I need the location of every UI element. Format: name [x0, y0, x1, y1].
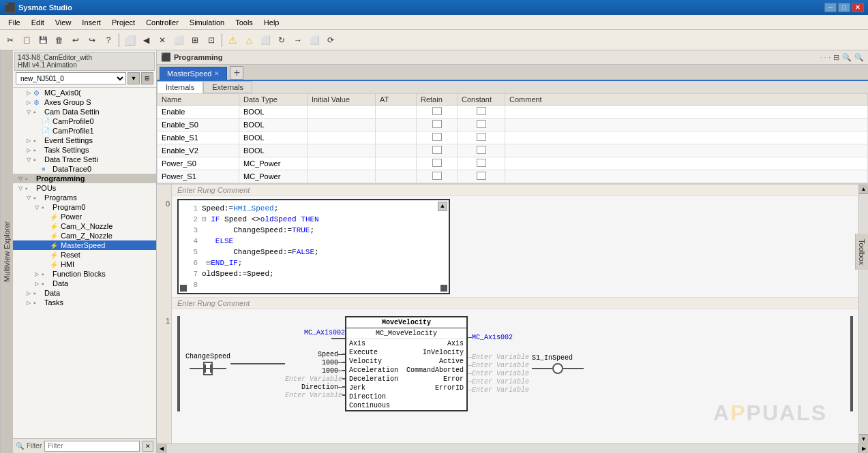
vertical-scrollbar[interactable]: ▲ ▼ — [858, 185, 868, 443]
sidebar-item-cam-x-nozzle[interactable]: ⚡ Cam_X_Nozzle — [13, 221, 156, 231]
restore-icon[interactable]: ⊟ — [833, 53, 839, 62]
tab-internals[interactable]: Internals — [157, 81, 203, 93]
cell-type: BOOL — [239, 106, 308, 119]
toolbar-refresh[interactable]: ⟳ — [323, 33, 338, 48]
toolbar-btn4[interactable]: ⬜ — [171, 33, 186, 48]
sidebar-item-cam-data[interactable]: ▽ ▪ Cam Data Settin — [13, 107, 156, 116]
table-row[interactable]: Power_S1 MC_Power — [158, 170, 868, 183]
toolbar-btn10[interactable]: → — [290, 33, 305, 48]
filter-input[interactable] — [44, 441, 140, 452]
fb-output-error: —Enter Variable — [468, 378, 529, 386]
port-errorid: ErrorID — [435, 384, 464, 392]
table-row[interactable]: Enable_V2 BOOL — [158, 144, 868, 157]
sidebar-item-cam-z-nozzle[interactable]: ⚡ Cam_Z_Nozzle — [13, 231, 156, 240]
close-button[interactable]: ✕ — [852, 3, 864, 12]
menu-controller[interactable]: Controller — [140, 17, 184, 28]
toolbar-btn7[interactable]: △ — [241, 33, 256, 48]
scrollbar-left[interactable]: ◀ — [157, 444, 166, 454]
sidebar-item-datatrace0[interactable]: ■ DataTrace0 — [13, 164, 156, 174]
dropdown-arrow[interactable]: ▼ — [128, 72, 140, 84]
sidebar-item-reset[interactable]: ⚡ Reset — [13, 250, 156, 260]
menu-help[interactable]: Help — [258, 17, 285, 28]
fb-port-jerk: Jerk ErrorID — [346, 384, 466, 392]
menu-project[interactable]: Project — [106, 17, 140, 28]
toolbar-btn6[interactable]: ⊡ — [204, 33, 219, 48]
sidebar-item-task-settings[interactable]: ▷ ▪ Task Settings — [13, 145, 156, 155]
sidebar-item-axes-group[interactable]: ▷ ⚙ Axes Group S — [13, 97, 156, 107]
sidebar-item-programs[interactable]: ▽ ▪ Programs — [13, 193, 156, 202]
sidebar-item-mc-axis0[interactable]: ▷ ⚙ MC_Axis0( — [13, 88, 156, 97]
var-table-scroll[interactable]: Name Data Type Initial Value AT Retain C… — [157, 93, 868, 183]
menu-tools[interactable]: Tools — [230, 17, 258, 28]
sidebar-item-tasks[interactable]: ▷ ▪ Tasks — [13, 298, 156, 307]
sidebar-item-camprofile1[interactable]: 📄 CamProfile1 — [13, 126, 156, 136]
table-row[interactable]: Enable BOOL — [158, 106, 868, 119]
toolbar-redo[interactable]: ↪ — [85, 33, 100, 48]
scrollbar-up[interactable]: ▲ — [859, 185, 868, 194]
sidebar-item-hmi[interactable]: ⚡ HMI — [13, 260, 156, 269]
expand-btn[interactable]: ⊞ — [141, 72, 153, 84]
cell-constant — [458, 131, 505, 144]
scrollbar-down[interactable]: ▼ — [859, 434, 868, 443]
table-row[interactable]: Power_S0 MC_Power — [158, 157, 868, 170]
contact-bar-r — [210, 364, 211, 373]
toolbar-warning[interactable]: ⚠ — [225, 33, 240, 48]
sidebar-item-program0[interactable]: ▽ ▪ Program0 — [13, 202, 156, 212]
tab-masterspeed[interactable]: MasterSpeed ✕ — [160, 67, 227, 80]
horizontal-scrollbar[interactable]: ◀ ▶ — [157, 443, 868, 453]
minimize-button[interactable]: ─ — [824, 3, 837, 12]
zoom-in-icon[interactable]: 🔍 — [842, 53, 852, 62]
fb-output-errorid: —Enter Variable — [468, 386, 529, 394]
app-title: Sysmac Studio — [18, 3, 72, 12]
sidebar-item-power[interactable]: ⚡ Power — [13, 212, 156, 221]
zoom-out-icon[interactable]: 🔍 — [854, 53, 864, 62]
fb-input-direction: Direction— — [301, 384, 345, 391]
toolbar-btn1[interactable]: ⬜ — [122, 33, 137, 48]
sidebar-item-data-trace[interactable]: ▽ ▪ Data Trace Setti — [13, 155, 156, 164]
toolbar-btn2[interactable]: ◀ — [138, 33, 153, 48]
multiview-explorer-label[interactable]: Multiview Explorer — [0, 50, 13, 453]
menu-insert[interactable]: Insert — [76, 17, 106, 28]
toolbar-undo[interactable]: ↩ — [68, 33, 83, 48]
tab-externals[interactable]: Externals — [203, 81, 252, 93]
menu-edit[interactable]: Edit — [26, 17, 50, 28]
toolbox-tab[interactable]: Toolbox — [855, 234, 868, 270]
rung-gutter: 0 1 — [157, 185, 172, 443]
rung0-collapse-btn[interactable]: ▲ — [438, 202, 447, 211]
toolbar-help[interactable]: ? — [101, 33, 116, 48]
toolbar-copy[interactable]: 📋 — [19, 33, 34, 48]
toolbar-delete[interactable]: 🗑 — [52, 33, 67, 48]
scrollbar-right[interactable]: ▶ — [858, 444, 868, 454]
sidebar-item-function-blocks[interactable]: ▷ ▪ Data — [13, 279, 156, 288]
table-row[interactable]: Enable_S1 BOOL — [158, 131, 868, 144]
toolbar-btn11[interactable]: ⬜ — [307, 33, 322, 48]
code-content[interactable]: Enter Rung Comment ▲ 1 Speed:=HMI_Speed;… — [172, 185, 858, 443]
sidebar-item-programming-section[interactable]: ▽ ▪ Programming — [13, 174, 156, 183]
table-row[interactable]: Enable_S0 BOOL — [158, 119, 868, 131]
toolbar-btn9[interactable]: ↻ — [274, 33, 289, 48]
toolbar-cut[interactable]: ✂ — [3, 33, 18, 48]
sidebar-item-pous[interactable]: ▽ ▪ POUs — [13, 183, 156, 193]
maximize-button[interactable]: □ — [838, 3, 850, 12]
controller-select[interactable]: new_NJ501_0 — [16, 72, 126, 84]
cell-constant — [458, 144, 505, 157]
filter-clear-btn[interactable]: ✕ — [143, 441, 153, 452]
fb-input-axis — [331, 338, 345, 339]
port-continuous: Continuous — [349, 402, 390, 409]
sidebar-item-masterspeed[interactable]: ⚡ MasterSpeed — [13, 240, 156, 250]
menu-file[interactable]: File — [3, 17, 26, 28]
toolbar-btn3[interactable]: ✕ — [155, 33, 170, 48]
cell-type: BOOL — [239, 131, 308, 144]
toolbar-btn5[interactable]: ⊞ — [188, 33, 203, 48]
toolbar-save[interactable]: 💾 — [35, 33, 50, 48]
sidebar-item-camprofile0[interactable]: 📄 CamProfile0 — [13, 116, 156, 126]
cell-name: Enable_S1 — [158, 131, 239, 144]
new-tab-button[interactable]: + — [230, 66, 243, 80]
menu-view[interactable]: View — [50, 17, 77, 28]
sidebar-item-data[interactable]: ▷ ▪ Data — [13, 288, 156, 298]
sidebar-item-functions[interactable]: ▷ ▪ Function Blocks — [13, 269, 156, 279]
menu-simulation[interactable]: Simulation — [184, 17, 230, 28]
toolbar-btn8[interactable]: ⬜ — [258, 33, 273, 48]
tab-close-icon[interactable]: ✕ — [214, 70, 220, 77]
sidebar-item-event-settings[interactable]: ▷ ▪ Event Settings — [13, 136, 156, 145]
